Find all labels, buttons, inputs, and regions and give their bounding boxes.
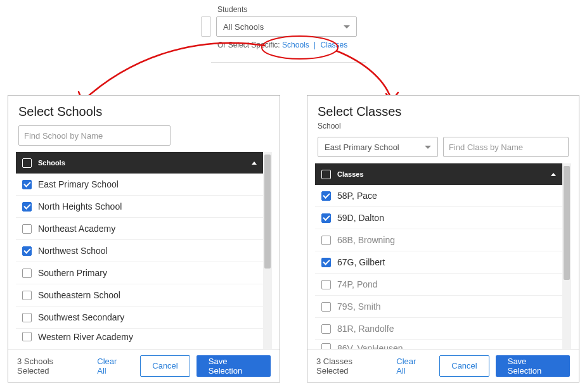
clear-all-link[interactable]: Clear All [97,357,127,376]
table-header: Classes [315,163,562,185]
select-schools-dialog: Select Schools Schools East Primary Scho… [8,95,280,383]
school-sublabel: School [318,122,569,130]
table-row[interactable]: Northeast Academy [16,218,263,240]
row-checkbox[interactable] [321,343,331,349]
row-checkbox[interactable] [321,302,331,312]
table-row[interactable]: 79S, Smith [315,296,562,318]
row-checkbox[interactable] [22,291,32,300]
save-button[interactable]: Save Selection [496,355,570,377]
table-row[interactable]: 74P, Pond [315,274,562,296]
schools-dropdown[interactable]: All Schools [216,16,357,37]
row-checkbox[interactable] [321,236,331,245]
table-header: Schools [16,152,263,174]
row-label: 68B, Browning [337,235,556,245]
dropdown-value: All Schools [223,22,264,32]
selected-count: 3 Schools Selected [17,357,87,376]
search-input[interactable] [443,137,569,157]
school-dropdown-value: East Primary School [325,142,399,152]
row-label: 59D, Dalton [337,213,556,223]
scroll-thumb[interactable] [564,166,570,280]
select-all-checkbox[interactable] [321,170,331,179]
cancel-button[interactable]: Cancel [140,355,190,377]
students-label: Students [217,5,357,14]
scrollbar[interactable] [263,152,272,349]
row-checkbox[interactable] [321,280,331,289]
row-label: Southwest Secondary [38,312,257,322]
selected-count: 3 Classes Selected [316,357,386,376]
sort-ascending-icon[interactable] [252,161,257,165]
row-label: 79S, Smith [337,301,556,312]
row-checkbox[interactable] [22,313,32,322]
row-label: 81R, Randolfe [337,324,556,334]
row-label: East Primary School [38,179,257,189]
row-label: 74P, Pond [337,279,556,289]
table-row[interactable]: 58P, Pace [315,185,562,207]
row-checkbox[interactable] [22,269,32,278]
scrollbar[interactable] [562,163,571,349]
table-row[interactable]: East Primary School [16,174,263,196]
link-separator: | [314,41,316,49]
table-row[interactable]: Southwest Secondary [16,307,263,329]
table-row[interactable]: Northwest School [16,240,263,262]
row-label: North Heights School [38,201,257,212]
clear-all-link[interactable]: Clear All [396,357,427,376]
select-all-checkbox[interactable] [22,158,32,168]
row-checkbox[interactable] [321,213,331,223]
sort-ascending-icon[interactable] [551,173,556,176]
chevron-down-icon [344,25,350,28]
table-row[interactable]: Southern Primary [16,262,263,284]
divider [211,62,366,63]
table-row[interactable]: 68B, Browning [315,229,562,251]
row-label: 86V, VanHeusen [337,343,556,349]
school-dropdown[interactable]: East Primary School [318,137,438,157]
row-checkbox[interactable] [321,258,331,267]
table-row[interactable]: North Heights School [16,196,263,218]
or-select-prefix: Or Select Specific: [217,41,280,49]
row-label: Western River Academy [38,332,257,342]
table-row[interactable]: 86V, VanHeusen [315,340,562,349]
column-header[interactable]: Classes [337,170,545,178]
table-row[interactable]: 81R, Randolfe [315,318,562,340]
row-label: Southern Primary [38,268,257,278]
table-row[interactable]: 59D, Dalton [315,207,562,229]
link-classes[interactable]: Classes [321,41,348,49]
scroll-thumb[interactable] [264,155,271,269]
row-checkbox[interactable] [22,224,32,234]
link-schools[interactable]: Schools [282,41,309,49]
row-checkbox[interactable] [321,191,331,201]
column-header[interactable]: Schools [38,159,245,167]
row-checkbox[interactable] [22,332,32,341]
row-label: 58P, Pace [337,191,556,201]
row-label: 67G, Gilbert [337,257,556,267]
row-checkbox[interactable] [321,324,331,334]
row-checkbox[interactable] [22,202,32,212]
page-title: Select Classes [318,104,569,119]
row-label: Northeast Academy [38,224,257,234]
row-label: Northwest School [38,246,257,256]
chevron-down-icon [425,146,431,149]
or-select-text: Or Select Specific: Schools | Classes [217,41,357,49]
row-label: Southeastern School [38,290,257,300]
table-row[interactable]: Western River Academy [16,329,263,343]
row-checkbox[interactable] [22,180,32,189]
row-checkbox[interactable] [22,246,32,256]
table-row[interactable]: Southeastern School [16,284,263,307]
page-title: Select Schools [18,104,269,119]
select-classes-dialog: Select Classes School East Primary Schoo… [307,95,579,383]
save-button[interactable]: Save Selection [197,355,271,377]
search-input[interactable] [18,125,171,146]
table-row[interactable]: 67G, Gilbert [315,251,562,274]
adjacent-box [201,16,211,37]
cancel-button[interactable]: Cancel [439,355,489,377]
